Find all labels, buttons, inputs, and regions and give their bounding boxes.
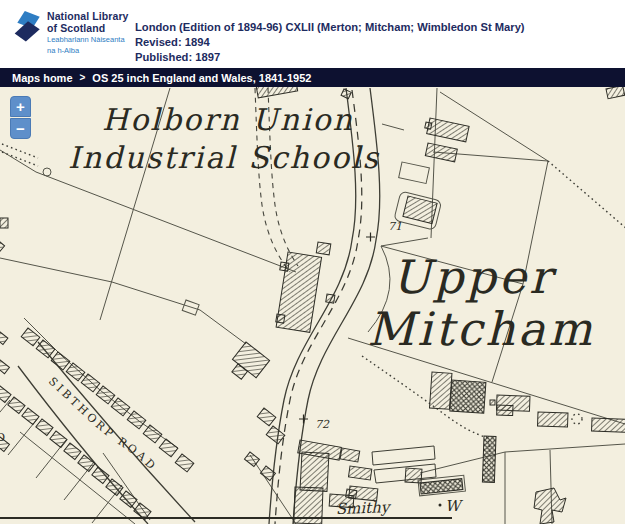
org-name-line2: of Scotland xyxy=(47,23,129,35)
breadcrumb-separator: > xyxy=(80,72,86,83)
org-name-line1: National Library xyxy=(47,11,129,23)
zoom-out-button[interactable]: − xyxy=(10,118,31,139)
org-gaelic-line2: na h-Alba xyxy=(47,47,129,56)
map-sheet-title: London (Edition of 1894-96) CXLII (Merto… xyxy=(135,20,525,35)
breadcrumb-bar: Maps home > OS 25 inch England and Wales… xyxy=(0,68,625,87)
nls-logo[interactable]: National Library of Scotland Leabharlann… xyxy=(14,11,135,55)
map-label-upper: Upper xyxy=(392,250,557,304)
nls-logo-text: National Library of Scotland Leabharlann… xyxy=(47,11,129,55)
map-well-dot xyxy=(439,504,442,507)
map-published-date: Published: 1897 xyxy=(135,50,525,65)
org-gaelic-line1: Leabharlann Nàiseanta xyxy=(47,36,129,45)
site-header: National Library of Scotland Leabharlann… xyxy=(0,0,625,68)
breadcrumb-collection[interactable]: OS 25 inch England and Wales, 1841-1952 xyxy=(92,72,311,84)
nls-logo-icon xyxy=(14,11,42,43)
map-label-smithy: Smithy xyxy=(336,498,393,518)
map-canvas[interactable]: Holborn Union Industrial Schools Upper M… xyxy=(0,87,625,524)
map-label-holborn-line1: Holborn Union xyxy=(102,102,354,137)
map-title-block: London (Edition of 1894-96) CXLII (Merto… xyxy=(135,10,525,65)
map-label-edge-letter: O xyxy=(0,431,8,444)
map-label-71: 71 xyxy=(388,220,402,233)
breadcrumb-maps-home[interactable]: Maps home xyxy=(12,72,73,84)
zoom-controls: + − xyxy=(10,96,31,139)
map-viewport[interactable]: Holborn Union Industrial Schools Upper M… xyxy=(0,87,625,524)
map-label-mitcham: Mitcham xyxy=(367,302,595,356)
map-label-holborn-line2: Industrial Schools xyxy=(68,140,380,175)
page: National Library of Scotland Leabharlann… xyxy=(0,0,625,524)
map-revised-date: Revised: 1894 xyxy=(135,35,525,50)
zoom-in-button[interactable]: + xyxy=(10,96,31,117)
map-label-72: 72 xyxy=(315,418,330,431)
